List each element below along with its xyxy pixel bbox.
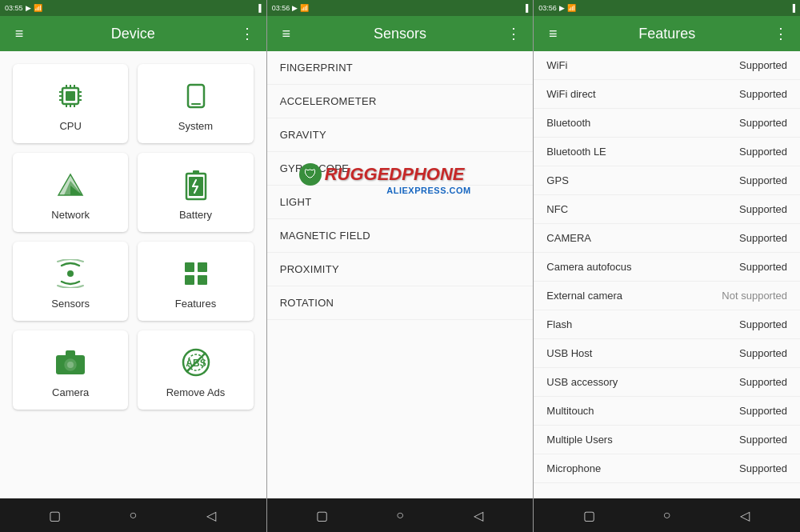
feature-name: Bluetooth LE (546, 146, 606, 158)
features-time: 03:56 (538, 4, 557, 12)
list-item: Camera autofocus Supported (534, 253, 800, 282)
feature-list: WiFi Supported WiFi direct Supported Blu… (534, 51, 800, 498)
sensors-nav-back[interactable]: ◁ (464, 501, 493, 530)
feature-value: Supported (739, 88, 787, 100)
feature-value: Supported (739, 232, 787, 244)
time-display: 03:55 (5, 4, 23, 12)
list-item[interactable]: ROTATION (267, 286, 534, 320)
sensors-wifi: 📶 (300, 4, 309, 12)
features-nav-back[interactable]: ◁ (730, 501, 759, 530)
list-item: WiFi direct Supported (534, 80, 800, 109)
feature-value: Supported (739, 174, 787, 186)
remove-ads-label: Remove Ads (166, 386, 226, 398)
feature-value: Supported (739, 117, 787, 129)
feature-name: GPS (546, 174, 568, 186)
sensors-time: 03:56 (272, 4, 290, 12)
feature-value: Not supported (722, 290, 787, 302)
sensors-nav-circle[interactable]: ○ (386, 501, 414, 530)
signal-icon: ▶ (26, 4, 31, 12)
list-item: Bluetooth LE Supported (534, 138, 800, 166)
list-item[interactable]: PROXIMITY (267, 253, 534, 286)
svg-point-34 (67, 362, 74, 368)
battery-icon: ▐ (256, 4, 261, 12)
list-item[interactable]: LIGHT (267, 186, 534, 219)
feature-name: CAMERA (546, 232, 591, 244)
features-menu-icon[interactable]: ≡ (543, 26, 562, 42)
feature-name: Bluetooth (546, 117, 590, 129)
feature-value: Supported (739, 347, 787, 359)
feature-name: Camera autofocus (546, 261, 631, 273)
device-content: CPU System (0, 51, 266, 498)
features-status-bar: 03:56 ▶ 📶 ▐ (534, 0, 800, 16)
sensors-nav-square[interactable]: ▢ (307, 501, 336, 530)
features-card[interactable]: Features (138, 242, 253, 321)
sensors-battery: ▐ (523, 4, 528, 12)
remove-ads-icon: ABS (178, 345, 214, 380)
device-nav-circle[interactable]: ○ (118, 501, 147, 530)
sensors-status-bar: 03:56 ▶ 📶 ▐ (267, 0, 534, 16)
sensors-icon (53, 256, 88, 291)
feature-name: WiFi (546, 59, 567, 71)
features-battery: ▐ (790, 4, 795, 12)
battery-label: Battery (179, 209, 212, 221)
sensor-list: FINGERPRINT ACCELEROMETER GRAVITY GYROSC… (267, 51, 534, 320)
list-item[interactable]: GRAVITY (267, 118, 534, 152)
list-item: External camera Not supported (534, 282, 800, 310)
features-nav-circle[interactable]: ○ (653, 501, 682, 530)
list-item: WiFi Supported (534, 51, 800, 80)
battery-card[interactable]: Battery (138, 153, 253, 232)
sensors-title: Sensors (306, 26, 495, 42)
camera-label: Camera (52, 386, 89, 398)
feature-name: External camera (546, 290, 622, 302)
sensors-menu-icon[interactable]: ≡ (277, 26, 296, 42)
sensors-signal: ▶ (292, 4, 298, 12)
feature-name: NFC (546, 203, 568, 215)
device-nav-back[interactable]: ◁ (197, 501, 226, 530)
device-menu-icon[interactable]: ≡ (10, 26, 29, 42)
svg-rect-28 (198, 262, 207, 272)
feature-value: Supported (739, 146, 787, 158)
feature-value: Supported (739, 318, 787, 330)
svg-rect-32 (66, 350, 75, 357)
svg-rect-29 (185, 275, 194, 285)
feature-value: Supported (739, 376, 787, 388)
network-card[interactable]: Network (13, 153, 128, 232)
svg-point-26 (67, 270, 74, 277)
system-card[interactable]: System (138, 64, 253, 143)
feature-name: USB accessory (546, 376, 618, 388)
features-title: Features (572, 26, 762, 42)
list-item: GPS Supported (534, 166, 800, 195)
list-item[interactable]: MAGNETIC FIELD (267, 219, 534, 253)
features-status-right: ▐ (790, 4, 795, 12)
system-label: System (178, 120, 213, 132)
remove-ads-card[interactable]: ABS Remove Ads (138, 330, 253, 410)
list-item: Multiple Users Supported (534, 426, 800, 454)
device-nav-square[interactable]: ▢ (41, 501, 70, 530)
cpu-card[interactable]: CPU (13, 64, 128, 143)
cpu-icon (53, 78, 88, 114)
camera-card[interactable]: Camera (13, 330, 128, 410)
features-label: Features (175, 298, 216, 310)
feature-name: Microphone (546, 462, 601, 474)
features-more-icon[interactable]: ⋮ (771, 25, 790, 42)
screens-container: 03:55 ▶ 📶 ▐ ≡ Device ⋮ (0, 0, 800, 532)
svg-rect-21 (193, 170, 199, 174)
device-title: Device (38, 26, 228, 42)
feature-value: Supported (739, 405, 787, 417)
wifi-icon: 📶 (34, 4, 42, 12)
sensors-card[interactable]: Sensors (13, 242, 128, 321)
feature-value: Supported (739, 434, 787, 446)
list-item[interactable]: ACCELEROMETER (267, 85, 534, 118)
list-item: USB Host Supported (534, 339, 800, 368)
feature-name: Multitouch (546, 405, 594, 417)
features-nav-square[interactable]: ▢ (574, 501, 603, 530)
sensors-more-icon[interactable]: ⋮ (504, 25, 523, 42)
features-signal: ▶ (559, 4, 565, 12)
device-more-icon[interactable]: ⋮ (238, 25, 257, 42)
svg-rect-27 (185, 262, 194, 272)
feature-value: Supported (739, 203, 787, 215)
list-item: NFC Supported (534, 195, 800, 224)
list-item[interactable]: GYROSCOPE (267, 152, 534, 186)
list-item[interactable]: FINGERPRINT (267, 51, 534, 85)
list-item: Multitouch Supported (534, 397, 800, 426)
